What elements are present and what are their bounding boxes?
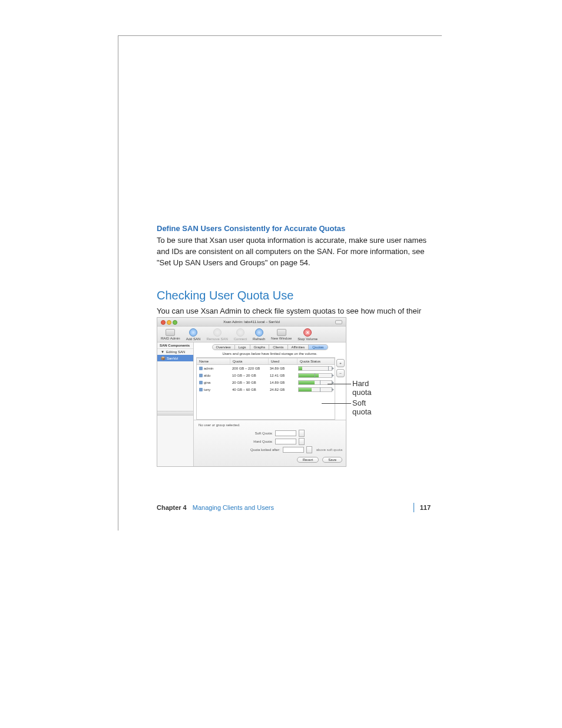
remove-button[interactable]: –	[336, 369, 345, 377]
close-icon[interactable]	[161, 320, 166, 325]
body-text: To be sure that Xsan user quota informat…	[157, 235, 431, 269]
user-icon	[199, 374, 203, 377]
after-text: above soft quota	[316, 448, 342, 452]
tab-overview[interactable]: Overview	[212, 344, 235, 350]
sidebar: SAN Components ▼Editing SAN 📦SanVol	[157, 342, 194, 466]
sidebar-header: SAN Components	[157, 342, 193, 349]
tab-affinities[interactable]: Affinities	[288, 344, 309, 350]
table-row[interactable]: tony 40 GB – 60 GB 24.82 GB	[197, 386, 335, 393]
callout-soft-quota: Soft quota	[352, 398, 372, 416]
soft-quota-label: Soft Quota:	[237, 431, 273, 435]
remove-san-button: Remove SAN	[206, 328, 227, 341]
table-row[interactable]: admin 200 GB – 220 GB 34.89 GB	[197, 365, 335, 372]
minimize-icon[interactable]	[167, 320, 171, 325]
revert-button[interactable]: Revert	[297, 457, 319, 463]
user-icon	[199, 367, 203, 370]
table-row[interactable]: aldo 10 GB – 20 GB 12.41 GB	[197, 372, 335, 379]
sidebar-item-sanvol[interactable]: 📦SanVol	[157, 355, 193, 361]
titlebar: Xsan Admin: labs411.local – SanVol	[157, 318, 346, 327]
section-heading: Checking User Quota Use	[157, 289, 431, 302]
page-number: 117	[420, 504, 431, 511]
toolbar: RAID Admin Add SAN Remove SAN Connect Re…	[157, 327, 346, 342]
refresh-button[interactable]: Refresh	[253, 328, 265, 341]
table-body: admin 200 GB – 220 GB 34.89 GB aldo 10 G…	[197, 365, 335, 419]
callout-hard-quota: Hard quota	[352, 379, 372, 397]
quota-status-bar	[298, 387, 332, 392]
quota-status-bar	[298, 366, 332, 371]
hard-quota-input[interactable]	[275, 439, 296, 444]
new-window-button[interactable]: New Window	[271, 329, 292, 340]
note-text: Users and groups below have limited stor…	[194, 350, 346, 357]
tab-quotas[interactable]: Quotas	[309, 344, 328, 350]
window-title: Xsan Admin: labs411.local – SanVol	[223, 320, 280, 324]
toolbar-toggle-icon[interactable]	[335, 320, 342, 324]
tab-clients[interactable]: Clients	[269, 344, 287, 350]
zoom-icon[interactable]	[173, 320, 177, 325]
table-header: Name Quota Used Quota Status	[197, 358, 335, 365]
add-button[interactable]: +	[336, 359, 345, 367]
add-san-button[interactable]: Add SAN	[186, 328, 201, 341]
hard-quota-stepper[interactable]	[299, 438, 305, 445]
quota-status-bar	[298, 373, 332, 378]
save-button[interactable]: Save	[322, 457, 342, 463]
lock-input[interactable]	[283, 447, 304, 453]
soft-quota-input[interactable]	[275, 430, 296, 436]
hard-quota-label: Hard Quota:	[237, 440, 273, 443]
lock-popup[interactable]	[306, 446, 312, 453]
chapter-title: Managing Clients and Users	[193, 504, 274, 511]
page-footer: Chapter 4 Managing Clients and Users 117	[157, 503, 431, 512]
page-rule-left	[118, 35, 118, 531]
user-icon	[199, 388, 203, 391]
user-icon	[199, 381, 203, 384]
stop-volume-button[interactable]: ✕Stop Volume	[297, 328, 318, 341]
tab-graphs[interactable]: Graphs	[250, 344, 270, 350]
tab-logs[interactable]: Logs	[235, 344, 250, 350]
page-rule-top	[118, 35, 442, 36]
table-row[interactable]: gina 20 GB – 30 GB 14.89 GB	[197, 379, 335, 386]
chapter-label: Chapter 4	[157, 504, 187, 511]
tab-bar: Overview Logs Graphs Clients Affinities …	[194, 342, 346, 350]
subsection-heading: Define SAN Users Consistently for Accura…	[157, 224, 431, 233]
lock-label: Quota locked after:	[233, 448, 280, 452]
xsan-admin-window: Xsan Admin: labs411.local – SanVol RAID …	[157, 317, 346, 467]
selection-message: No user or group selected.	[197, 422, 342, 429]
raid-admin-button[interactable]: RAID Admin	[161, 329, 180, 340]
sidebar-group[interactable]: ▼Editing SAN	[157, 349, 193, 355]
soft-quota-stepper[interactable]	[299, 430, 305, 437]
connect-button: Connect	[234, 328, 247, 341]
